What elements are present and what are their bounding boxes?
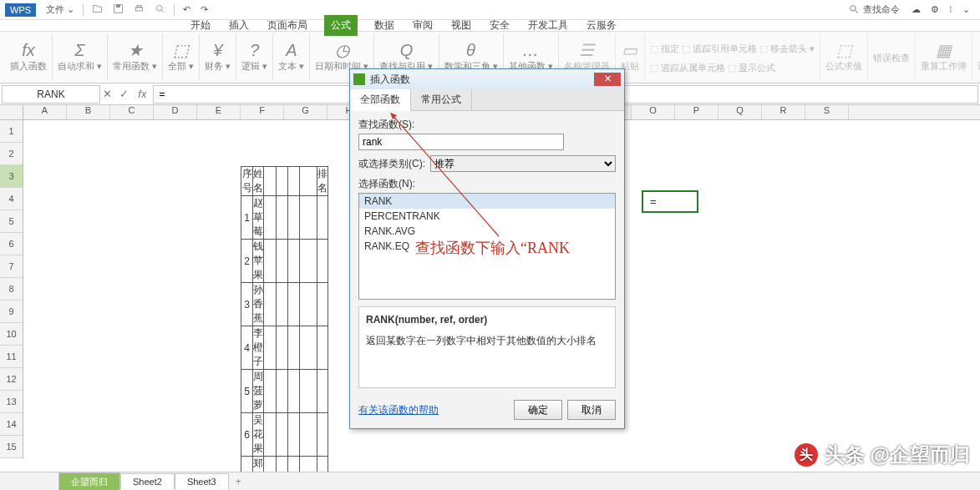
rbn-recalc: ▦重算工作簿	[916, 33, 972, 81]
tab-security[interactable]: 安全	[488, 18, 511, 33]
tab-view[interactable]: 视图	[449, 18, 473, 33]
qat-open-icon[interactable]	[87, 2, 108, 18]
tab-insert[interactable]: 插入	[227, 18, 251, 33]
app-logo: WPS	[5, 3, 36, 17]
rbn-text[interactable]: A文本 ▾	[273, 33, 310, 81]
qat-print-icon[interactable]	[129, 2, 150, 18]
col-header[interactable]: O	[632, 105, 675, 119]
col-header[interactable]: G	[284, 105, 328, 119]
ok-button[interactable]: 确定	[514, 400, 562, 420]
col-header[interactable]: A	[23, 105, 67, 119]
svg-point-5	[851, 6, 856, 12]
dialog-titlebar[interactable]: 插入函数 ✕	[350, 69, 624, 89]
hdr-rank[interactable]: 排名	[317, 167, 328, 196]
col-header[interactable]: F	[241, 105, 284, 119]
table-row: 4李橙子	[241, 326, 328, 370]
add-sheet-button[interactable]: +	[229, 474, 248, 489]
qat-undo-icon[interactable]: ↶	[178, 3, 195, 17]
sheet-tab[interactable]: 企望而归	[58, 472, 120, 491]
row-header[interactable]: 7	[0, 255, 23, 278]
cancel-button[interactable]: 取消	[567, 400, 616, 420]
svg-rect-2	[136, 8, 143, 11]
tab-common-formulas[interactable]: 常用公式	[411, 89, 472, 110]
tab-review[interactable]: 审阅	[411, 18, 434, 33]
table-row: 序号 姓名 排名	[241, 167, 328, 196]
table-row: 6吴花果	[241, 413, 328, 457]
qat-preview-icon[interactable]	[150, 2, 170, 18]
tab-data[interactable]: 数据	[373, 18, 396, 33]
name-box[interactable]: RANK	[2, 85, 100, 104]
qat-save-icon[interactable]	[108, 2, 129, 18]
watermark-icon: 头	[795, 443, 818, 467]
col-header[interactable]: B	[67, 105, 110, 119]
row-headers: 1 2 3 4 5 6 7 8 9 10 11 12 13 14 15	[0, 120, 23, 458]
fx-cancel-icon[interactable]: ✕	[103, 88, 112, 100]
rbn-insert-fn[interactable]: fx插入函数	[5, 33, 53, 81]
col-header[interactable]: C	[110, 105, 154, 119]
fx-accept-icon[interactable]: ✓	[119, 88, 129, 100]
ribbon-tabs: 开始 插入 页面布局 公式 数据 审阅 视图 安全 开发工具 云服务	[0, 20, 980, 32]
col-header[interactable]: D	[154, 105, 197, 119]
sheet-tab[interactable]: Sheet3	[175, 473, 229, 489]
row-header[interactable]: 5	[0, 210, 23, 233]
row-header[interactable]: 6	[0, 233, 23, 255]
hdr-no[interactable]: 序号	[241, 167, 253, 196]
tab-dev[interactable]: 开发工具	[526, 18, 570, 33]
col-header[interactable]: E	[197, 105, 241, 119]
row-header[interactable]: 9	[0, 301, 23, 323]
close-button[interactable]: ✕	[594, 73, 621, 86]
hdr-name[interactable]: 姓名	[253, 167, 264, 196]
row-header[interactable]: 15	[0, 436, 23, 458]
rbn-errcheck: 错误检查	[868, 33, 916, 81]
menubar: WPS 文件 ⌄ ↶ ↷ 查找命令 ☁ ⚙ ⁝ ⌄	[0, 0, 980, 20]
rbn-calcsheet: ▦计算工作表	[972, 33, 980, 81]
qat-redo-icon[interactable]: ↷	[195, 3, 213, 17]
row-header[interactable]: 10	[0, 323, 23, 346]
row-header[interactable]: 3	[0, 165, 23, 188]
cloud-icon[interactable]: ☁	[906, 3, 926, 17]
row-header[interactable]: 1	[0, 120, 23, 143]
row-header[interactable]: 11	[0, 346, 23, 368]
menu-file[interactable]: 文件 ⌄	[41, 2, 79, 18]
annotation-arrow	[390, 113, 541, 246]
active-cell[interactable]: =	[642, 190, 698, 213]
select-all-corner[interactable]	[0, 105, 23, 119]
svg-rect-1	[116, 5, 120, 8]
watermark: 头 头条 @企望而归	[795, 442, 970, 468]
row-header[interactable]: 13	[0, 391, 23, 413]
row-header[interactable]: 12	[0, 368, 23, 391]
fx-icon[interactable]: fx	[138, 88, 146, 100]
row-header[interactable]: 14	[0, 413, 23, 436]
svg-point-4	[157, 5, 163, 11]
rbn-eval: ⬚公式求值	[820, 33, 868, 81]
col-header[interactable]: S	[805, 105, 849, 119]
more-icon[interactable]: ⁝	[944, 3, 957, 17]
rbn-financial[interactable]: ¥财务 ▾	[200, 33, 236, 81]
row-header[interactable]: 8	[0, 278, 23, 301]
rbn-autosum[interactable]: Σ自动求和 ▾	[53, 33, 108, 81]
settings-icon[interactable]: ⚙	[926, 3, 944, 17]
row-header[interactable]: 2	[0, 143, 23, 165]
help-link[interactable]: 有关该函数的帮助	[358, 403, 509, 417]
svg-rect-3	[137, 5, 141, 7]
col-header[interactable]: P	[675, 105, 718, 119]
row-header[interactable]: 4	[0, 188, 23, 210]
sheet-tabs: 企望而归 Sheet2 Sheet3 +	[0, 472, 980, 490]
chevron-down-icon[interactable]: ⌄	[957, 3, 975, 17]
tab-all-functions[interactable]: 全部函数	[350, 89, 411, 111]
dialog-title: 插入函数	[370, 73, 594, 87]
rbn-all[interactable]: ⬚全部 ▾	[163, 33, 200, 81]
tab-cloud[interactable]: 云服务	[585, 18, 618, 33]
data-table: 序号 姓名 排名 1赵草莓 2钱苹果 3孙香蕉 4李橙子 5周菠萝 6吴花果 7…	[241, 166, 328, 479]
dialog-tabs: 全部函数 常用公式	[350, 89, 624, 111]
search-command[interactable]: 查找命令	[849, 3, 900, 16]
col-header[interactable]: Q	[718, 105, 762, 119]
rbn-logic[interactable]: ?逻辑 ▾	[236, 33, 273, 81]
col-header[interactable]: R	[762, 105, 805, 119]
tab-layout[interactable]: 页面布局	[266, 18, 309, 33]
tab-home[interactable]: 开始	[189, 18, 212, 33]
rbn-common[interactable]: ★常用函数 ▾	[108, 33, 163, 81]
fn-signature: RANK(number, ref, order)	[366, 314, 608, 326]
sheet-tab[interactable]: Sheet2	[120, 473, 175, 489]
rbn-trace: ⬚ 指定 ⬚ 追踪引用单元格 ⬚ 移去箭头 ▾ ⬚ 追踪从属单元格 ⬚ 显示公式	[645, 33, 820, 81]
